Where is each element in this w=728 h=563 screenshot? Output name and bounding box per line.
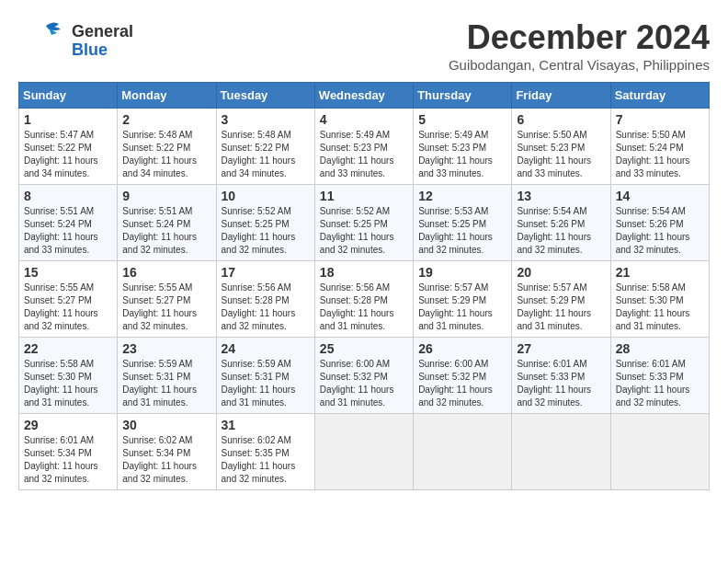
day-info: Sunrise: 5:51 AMSunset: 5:24 PMDaylight:… (122, 206, 197, 255)
header: General Blue December 2024 Guibodangan, … (18, 18, 710, 73)
calendar-header-row: Sunday Monday Tuesday Wednesday Thursday… (19, 83, 710, 109)
calendar-cell: 2 Sunrise: 5:48 AMSunset: 5:22 PMDayligh… (118, 109, 216, 185)
calendar-cell: 11 Sunrise: 5:52 AMSunset: 5:25 PMDaylig… (314, 185, 413, 261)
calendar-cell: 12 Sunrise: 5:53 AMSunset: 5:25 PMDaylig… (414, 185, 512, 261)
calendar-title: December 2024 (449, 18, 710, 57)
calendar-cell: 8 Sunrise: 5:51 AMSunset: 5:24 PMDayligh… (19, 185, 118, 261)
day-number: 14 (616, 189, 704, 203)
day-info: Sunrise: 5:59 AMSunset: 5:31 PMDaylight:… (122, 359, 197, 408)
calendar-cell: 25 Sunrise: 6:00 AMSunset: 5:32 PMDaylig… (314, 338, 413, 414)
day-info: Sunrise: 6:01 AMSunset: 5:34 PMDaylight:… (24, 435, 98, 484)
calendar-cell: 13 Sunrise: 5:54 AMSunset: 5:26 PMDaylig… (512, 185, 610, 261)
day-info: Sunrise: 5:56 AMSunset: 5:28 PMDaylight:… (320, 282, 394, 331)
calendar-cell: 6 Sunrise: 5:50 AMSunset: 5:23 PMDayligh… (512, 109, 610, 185)
calendar-cell: 21 Sunrise: 5:58 AMSunset: 5:30 PMDaylig… (610, 261, 709, 338)
calendar-cell (610, 414, 709, 490)
day-number: 15 (24, 265, 112, 280)
day-number: 18 (320, 265, 408, 280)
calendar-table: Sunday Monday Tuesday Wednesday Thursday… (18, 82, 710, 490)
day-info: Sunrise: 5:55 AMSunset: 5:27 PMDaylight:… (122, 282, 197, 331)
day-info: Sunrise: 5:56 AMSunset: 5:28 PMDaylight:… (222, 282, 296, 331)
calendar-cell: 20 Sunrise: 5:57 AMSunset: 5:29 PMDaylig… (512, 261, 610, 338)
day-number: 6 (517, 112, 605, 127)
title-area: December 2024 Guibodangan, Central Visay… (449, 18, 710, 73)
day-number: 3 (222, 112, 310, 127)
day-number: 11 (320, 189, 408, 203)
calendar-cell: 24 Sunrise: 5:59 AMSunset: 5:31 PMDaylig… (216, 338, 314, 414)
day-info: Sunrise: 5:51 AMSunset: 5:24 PMDaylight:… (24, 206, 98, 255)
day-number: 13 (517, 189, 605, 203)
day-info: Sunrise: 5:50 AMSunset: 5:24 PMDaylight:… (616, 130, 690, 178)
calendar-week-row: 29 Sunrise: 6:01 AMSunset: 5:34 PMDaylig… (19, 414, 710, 490)
day-number: 23 (122, 341, 210, 356)
day-number: 1 (24, 112, 112, 127)
calendar-cell: 28 Sunrise: 6:01 AMSunset: 5:33 PMDaylig… (610, 338, 709, 414)
calendar-subtitle: Guibodangan, Central Visayas, Philippine… (449, 57, 710, 73)
day-number: 22 (24, 341, 112, 356)
col-sunday: Sunday (19, 83, 118, 109)
col-wednesday: Wednesday (314, 83, 413, 109)
day-number: 29 (24, 418, 112, 432)
calendar-week-row: 22 Sunrise: 5:58 AMSunset: 5:30 PMDaylig… (19, 338, 710, 414)
day-number: 8 (24, 189, 112, 203)
day-info: Sunrise: 5:57 AMSunset: 5:29 PMDaylight:… (418, 282, 493, 331)
day-info: Sunrise: 5:48 AMSunset: 5:22 PMDaylight:… (222, 130, 296, 178)
logo-icon (18, 18, 69, 60)
calendar-cell: 27 Sunrise: 6:01 AMSunset: 5:33 PMDaylig… (512, 338, 610, 414)
calendar-cell: 30 Sunrise: 6:02 AMSunset: 5:34 PMDaylig… (118, 414, 216, 490)
calendar-cell: 5 Sunrise: 5:49 AMSunset: 5:23 PMDayligh… (414, 109, 512, 185)
calendar-cell: 19 Sunrise: 5:57 AMSunset: 5:29 PMDaylig… (414, 261, 512, 338)
day-number: 19 (418, 265, 506, 280)
day-number: 25 (320, 341, 408, 356)
day-info: Sunrise: 5:59 AMSunset: 5:31 PMDaylight:… (222, 359, 296, 408)
day-number: 12 (418, 189, 506, 203)
day-info: Sunrise: 5:57 AMSunset: 5:29 PMDaylight:… (517, 282, 591, 331)
day-number: 16 (122, 265, 210, 280)
day-info: Sunrise: 6:00 AMSunset: 5:32 PMDaylight:… (418, 359, 493, 408)
day-number: 24 (222, 341, 310, 356)
day-info: Sunrise: 5:49 AMSunset: 5:23 PMDaylight:… (320, 130, 394, 178)
calendar-cell (314, 414, 413, 490)
day-info: Sunrise: 5:52 AMSunset: 5:25 PMDaylight:… (320, 206, 394, 255)
day-number: 27 (517, 341, 605, 356)
calendar-cell: 22 Sunrise: 5:58 AMSunset: 5:30 PMDaylig… (19, 338, 118, 414)
calendar-cell: 1 Sunrise: 5:47 AMSunset: 5:22 PMDayligh… (19, 109, 118, 185)
day-info: Sunrise: 6:02 AMSunset: 5:34 PMDaylight:… (122, 435, 197, 484)
col-friday: Friday (512, 83, 610, 109)
calendar-cell: 26 Sunrise: 6:00 AMSunset: 5:32 PMDaylig… (414, 338, 512, 414)
calendar-cell: 14 Sunrise: 5:54 AMSunset: 5:26 PMDaylig… (610, 185, 709, 261)
day-info: Sunrise: 5:54 AMSunset: 5:26 PMDaylight:… (616, 206, 690, 255)
day-number: 26 (418, 341, 506, 356)
day-number: 21 (616, 265, 704, 280)
day-info: Sunrise: 5:54 AMSunset: 5:26 PMDaylight:… (517, 206, 591, 255)
day-number: 30 (122, 418, 210, 432)
day-number: 28 (616, 341, 704, 356)
calendar-cell: 15 Sunrise: 5:55 AMSunset: 5:27 PMDaylig… (19, 261, 118, 338)
logo: General Blue (18, 18, 133, 63)
day-info: Sunrise: 6:01 AMSunset: 5:33 PMDaylight:… (517, 359, 591, 408)
calendar-cell: 29 Sunrise: 6:01 AMSunset: 5:34 PMDaylig… (19, 414, 118, 490)
calendar-cell (512, 414, 610, 490)
day-number: 17 (222, 265, 310, 280)
logo-blue: Blue (72, 41, 133, 60)
day-number: 7 (616, 112, 704, 127)
calendar-cell: 7 Sunrise: 5:50 AMSunset: 5:24 PMDayligh… (610, 109, 709, 185)
calendar-cell: 31 Sunrise: 6:02 AMSunset: 5:35 PMDaylig… (216, 414, 314, 490)
calendar-cell (414, 414, 512, 490)
day-info: Sunrise: 5:58 AMSunset: 5:30 PMDaylight:… (24, 359, 98, 408)
day-info: Sunrise: 5:50 AMSunset: 5:23 PMDaylight:… (517, 130, 591, 178)
col-saturday: Saturday (610, 83, 709, 109)
calendar-week-row: 8 Sunrise: 5:51 AMSunset: 5:24 PMDayligh… (19, 185, 710, 261)
col-monday: Monday (118, 83, 216, 109)
calendar-cell: 23 Sunrise: 5:59 AMSunset: 5:31 PMDaylig… (118, 338, 216, 414)
day-info: Sunrise: 5:58 AMSunset: 5:30 PMDaylight:… (616, 282, 690, 331)
day-number: 2 (122, 112, 210, 127)
day-number: 5 (418, 112, 506, 127)
calendar-week-row: 1 Sunrise: 5:47 AMSunset: 5:22 PMDayligh… (19, 109, 710, 185)
day-info: Sunrise: 5:48 AMSunset: 5:22 PMDaylight:… (122, 130, 197, 178)
day-info: Sunrise: 5:47 AMSunset: 5:22 PMDaylight:… (24, 130, 98, 178)
calendar-cell: 3 Sunrise: 5:48 AMSunset: 5:22 PMDayligh… (216, 109, 314, 185)
day-info: Sunrise: 5:49 AMSunset: 5:23 PMDaylight:… (418, 130, 493, 178)
day-info: Sunrise: 5:52 AMSunset: 5:25 PMDaylight:… (222, 206, 296, 255)
calendar-cell: 10 Sunrise: 5:52 AMSunset: 5:25 PMDaylig… (216, 185, 314, 261)
